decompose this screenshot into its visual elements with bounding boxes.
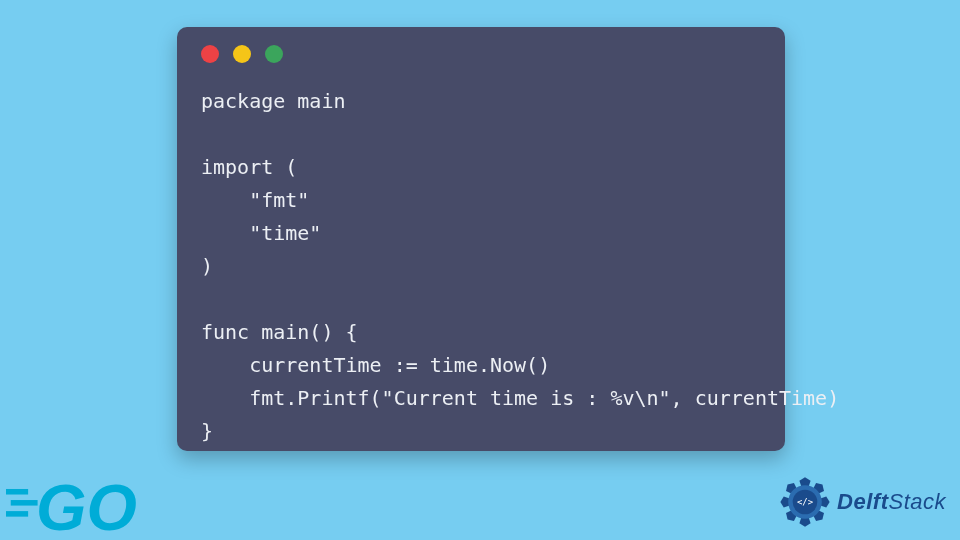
code-line: import ( (201, 155, 297, 179)
code-line: fmt.Printf("Current time is : %v\n", cur… (201, 386, 839, 410)
go-logo: GO (6, 468, 164, 540)
code-line: "time" (201, 221, 321, 245)
code-line: ) (201, 254, 213, 278)
code-line: "fmt" (201, 188, 309, 212)
svg-rect-1 (11, 500, 38, 506)
delft-prefix: Delft (837, 489, 888, 514)
delftstack-logo: </> DelftStack (777, 474, 946, 530)
delft-suffix: Stack (888, 489, 946, 514)
code-block: package main import ( "fmt" "time" ) fun… (177, 63, 785, 448)
svg-rect-2 (6, 511, 28, 517)
code-line: func main() { (201, 320, 358, 344)
svg-rect-0 (6, 489, 28, 495)
delftstack-text: DelftStack (837, 489, 946, 515)
code-line: } (201, 419, 213, 443)
code-line: package main (201, 89, 346, 113)
code-window: package main import ( "fmt" "time" ) fun… (177, 27, 785, 451)
close-icon[interactable] (201, 45, 219, 63)
svg-text:</>: </> (797, 497, 813, 507)
minimize-icon[interactable] (233, 45, 251, 63)
window-controls (177, 27, 785, 63)
svg-text:GO: GO (36, 471, 137, 540)
code-line: currentTime := time.Now() (201, 353, 550, 377)
maximize-icon[interactable] (265, 45, 283, 63)
delftstack-gear-icon: </> (777, 474, 833, 530)
